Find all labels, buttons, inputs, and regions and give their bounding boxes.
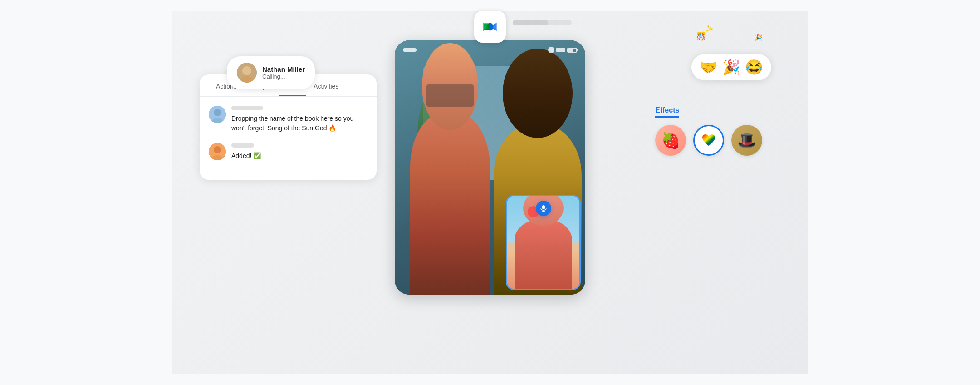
message-avatar-2 — [209, 143, 226, 160]
calling-card: Nathan Miller Calling... — [227, 56, 315, 89]
emoji-party[interactable]: 🎉 — [722, 59, 740, 76]
caller-avatar — [237, 63, 257, 83]
message-content-1: Dropping the name of the book here so yo… — [231, 106, 368, 133]
battery-icon — [567, 48, 577, 53]
loading-indicator — [513, 20, 572, 25]
message-text-2: Added! ✅ — [231, 151, 368, 161]
caller-status: Calling... — [262, 73, 305, 80]
chat-messages: Dropping the name of the book here so yo… — [200, 97, 377, 180]
emoji-laugh[interactable]: 😂 — [745, 59, 763, 76]
hat-emoji: 🎩 — [737, 131, 756, 149]
effects-icons-row: 🍓 — [655, 125, 762, 156]
pip-person-body — [514, 219, 572, 289]
person-right-head — [503, 49, 573, 138]
self-video-pip[interactable] — [506, 195, 581, 290]
confetti-3: 🎉 — [755, 34, 762, 41]
confetti-2: ✨ — [705, 25, 714, 33]
chat-panel: Actions People Chat Activities Dropping … — [200, 74, 377, 180]
confetti-1: 🎊 — [696, 31, 706, 41]
effects-panel: Effects 🍓 — [655, 106, 762, 156]
message-name-bar-1 — [231, 106, 263, 110]
person-left-glasses — [426, 84, 474, 107]
message-avatar-1 — [209, 106, 226, 123]
status-time — [403, 48, 416, 52]
strawberry-emoji: 🍓 — [661, 131, 680, 149]
effect-color-filter[interactable] — [693, 125, 724, 156]
svg-rect-7 — [542, 205, 545, 209]
person-left-body — [410, 112, 490, 295]
effect-strawberry[interactable]: 🍓 — [655, 125, 686, 156]
message-row: Dropping the name of the book here so yo… — [209, 106, 368, 133]
message-row: Added! ✅ — [209, 143, 368, 161]
emoji-reactions-bar: 🎊 ✨ 🎉 🤝 🎉 😂 — [691, 54, 771, 80]
svg-point-14 — [214, 146, 221, 153]
wifi-icon — [548, 47, 554, 53]
effect-hat[interactable]: 🎩 — [731, 125, 762, 156]
signal-icon — [556, 48, 565, 52]
status-icons — [548, 47, 577, 53]
main-video-frame — [395, 40, 585, 295]
message-text-1: Dropping the name of the book here so yo… — [231, 114, 368, 133]
message-name-bar-2 — [231, 143, 254, 148]
caller-name: Nathan Miller — [262, 65, 305, 73]
emoji-clap[interactable]: 🤝 — [700, 59, 718, 76]
caller-info: Nathan Miller Calling... — [262, 65, 305, 80]
effects-label: Effects — [655, 106, 679, 118]
main-scene: Nathan Miller Calling... — [172, 11, 808, 374]
svg-point-11 — [214, 109, 221, 116]
person-left-container — [410, 66, 490, 295]
mic-button[interactable] — [536, 201, 551, 216]
message-content-2: Added! ✅ — [231, 143, 368, 161]
meet-app-icon — [474, 11, 506, 43]
phone-status-bar — [403, 47, 577, 53]
svg-point-5 — [242, 66, 251, 75]
